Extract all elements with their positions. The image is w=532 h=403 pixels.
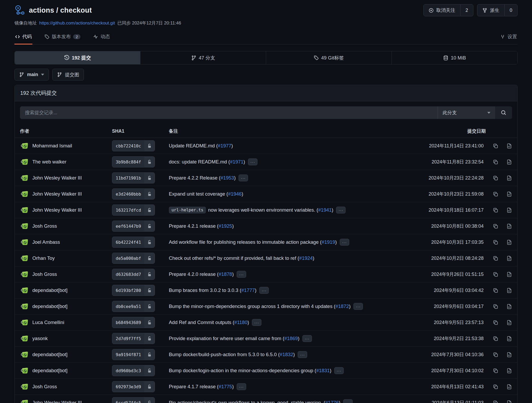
- expand-commit-button[interactable]: ···: [353, 303, 363, 310]
- author-name[interactable]: Josh Gross: [32, 271, 57, 277]
- copy-sha-icon[interactable]: [493, 240, 498, 245]
- copy-sha-icon[interactable]: [493, 336, 498, 341]
- author-name[interactable]: yasonk: [32, 336, 48, 341]
- tab-releases[interactable]: 版本发布 2: [44, 31, 81, 44]
- copy-sha-icon[interactable]: [493, 143, 498, 149]
- commit-sha-badge[interactable]: dd960bd3c3: [112, 365, 155, 376]
- stat-branches[interactable]: 47 分支: [140, 51, 266, 64]
- author-name[interactable]: dependabot[bot]: [32, 368, 68, 374]
- avatar[interactable]: [20, 286, 29, 295]
- copy-sha-icon[interactable]: [493, 256, 498, 261]
- author-name[interactable]: John Wesley Walker III: [32, 191, 82, 197]
- commit-pr-link[interactable]: #1878: [219, 271, 232, 277]
- fork-button[interactable]: 派生 0: [477, 4, 518, 16]
- tab-settings[interactable]: 设置: [500, 31, 518, 44]
- commit-sha-badge[interactable]: eef61447b9: [112, 221, 155, 232]
- commit-pr-link[interactable]: #1872: [335, 304, 349, 309]
- avatar[interactable]: [20, 206, 29, 215]
- repo-title[interactable]: actions / checkout: [29, 6, 92, 14]
- browse-source-file-code-icon[interactable]: [506, 336, 512, 341]
- copy-sha-icon[interactable]: [493, 223, 498, 229]
- commit-pr-link[interactable]: #1180: [234, 320, 247, 325]
- author-name[interactable]: Josh Gross: [32, 223, 57, 229]
- avatar[interactable]: [20, 382, 29, 391]
- expand-commit-button[interactable]: ···: [343, 399, 353, 403]
- avatar[interactable]: [20, 238, 29, 247]
- author-name[interactable]: Joel Ambass: [32, 239, 60, 245]
- copy-sha-icon[interactable]: [493, 352, 498, 357]
- copy-sha-icon[interactable]: [493, 207, 498, 213]
- tab-activity[interactable]: 动态: [93, 31, 110, 44]
- avatar[interactable]: [20, 302, 29, 311]
- browse-source-file-code-icon[interactable]: [506, 191, 512, 197]
- commit-pr-link[interactable]: #1919: [322, 239, 335, 245]
- commit-sha-badge[interactable]: 6d193bf280: [112, 285, 155, 296]
- author-name[interactable]: dependabot[bot]: [32, 287, 68, 293]
- commit-sha-badge[interactable]: 6ccd57f4c5: [112, 397, 155, 403]
- commit-sha-badge[interactable]: e3d2460bbb: [112, 188, 155, 200]
- expand-commit-button[interactable]: ···: [248, 158, 257, 165]
- browse-source-file-code-icon[interactable]: [506, 368, 512, 374]
- author-name[interactable]: Mohammad Ismail: [32, 143, 72, 149]
- copy-sha-icon[interactable]: [493, 400, 498, 403]
- browse-source-file-code-icon[interactable]: [506, 207, 512, 213]
- expand-commit-button[interactable]: ···: [237, 383, 246, 390]
- expand-commit-button[interactable]: ···: [340, 239, 349, 246]
- stat-tags[interactable]: 49 Git标签: [266, 51, 392, 64]
- commit-sha-badge[interactable]: 692973e3d9: [112, 381, 155, 392]
- browse-source-file-code-icon[interactable]: [506, 288, 512, 293]
- avatar[interactable]: [20, 318, 29, 327]
- author-name[interactable]: dependabot[bot]: [32, 352, 68, 357]
- unwatch-button[interactable]: 取消关注 2: [423, 4, 473, 16]
- avatar[interactable]: [20, 222, 29, 231]
- copy-sha-icon[interactable]: [493, 159, 498, 165]
- expand-commit-button[interactable]: ···: [298, 351, 307, 358]
- browse-source-file-code-icon[interactable]: [506, 304, 512, 309]
- commit-graph-button[interactable]: 提交图: [52, 69, 84, 81]
- avatar[interactable]: [20, 173, 29, 182]
- browse-source-file-code-icon[interactable]: [506, 384, 512, 390]
- browse-source-file-code-icon[interactable]: [506, 143, 512, 149]
- expand-commit-button[interactable]: ···: [334, 367, 344, 374]
- avatar[interactable]: [20, 270, 29, 279]
- expand-commit-button[interactable]: ···: [237, 271, 246, 278]
- commit-pr-link[interactable]: #1832: [280, 352, 293, 357]
- branch-selector[interactable]: main: [14, 69, 49, 81]
- watchers-count[interactable]: 2: [460, 4, 473, 16]
- avatar[interactable]: [20, 254, 29, 263]
- copy-sha-icon[interactable]: [493, 272, 498, 277]
- expand-commit-button[interactable]: ···: [336, 207, 346, 213]
- browse-source-file-code-icon[interactable]: [506, 223, 512, 229]
- commit-sha-badge[interactable]: b684943689: [112, 317, 155, 328]
- commit-sha-badge[interactable]: 2d7d9f7ff5: [112, 333, 155, 344]
- avatar[interactable]: [20, 398, 29, 403]
- commit-pr-link[interactable]: #1977: [218, 143, 231, 149]
- commit-pr-link[interactable]: #1953: [220, 175, 234, 181]
- expand-commit-button[interactable]: ···: [252, 319, 261, 326]
- commit-sha-badge[interactable]: cbb722410c: [112, 140, 155, 151]
- expand-commit-button[interactable]: ···: [302, 335, 312, 342]
- commit-sha-badge[interactable]: 163217dfcd: [112, 205, 155, 216]
- copy-sha-icon[interactable]: [493, 384, 498, 390]
- author-name[interactable]: Orhan Toy: [32, 255, 55, 261]
- stat-commits[interactable]: 192 提交: [15, 51, 140, 64]
- avatar[interactable]: [20, 350, 29, 359]
- expand-commit-button[interactable]: ···: [239, 175, 248, 181]
- author-name[interactable]: John Wesley Walker III: [32, 400, 82, 403]
- tab-code[interactable]: 代码: [14, 31, 32, 44]
- commit-pr-link[interactable]: #1924: [299, 255, 313, 261]
- commit-pr-link[interactable]: #1777: [241, 287, 255, 293]
- avatar[interactable]: [20, 190, 29, 198]
- author-name[interactable]: dependabot[bot]: [32, 304, 68, 309]
- commit-sha-badge[interactable]: d632683dd7: [112, 269, 155, 280]
- browse-source-file-code-icon[interactable]: [506, 256, 512, 261]
- forks-count[interactable]: 0: [504, 4, 517, 16]
- commit-sha-badge[interactable]: 11bd71901b: [112, 172, 155, 183]
- commit-sha-badge[interactable]: 3b9b8c884f: [112, 156, 155, 167]
- commit-pr-link[interactable]: #1831: [316, 368, 330, 374]
- browse-source-file-code-icon[interactable]: [506, 400, 512, 403]
- copy-sha-icon[interactable]: [493, 191, 498, 197]
- commit-pr-link[interactable]: #1869: [284, 336, 298, 341]
- commit-pr-link[interactable]: #1776: [325, 400, 339, 403]
- stat-size[interactable]: 10 MiB: [392, 51, 517, 64]
